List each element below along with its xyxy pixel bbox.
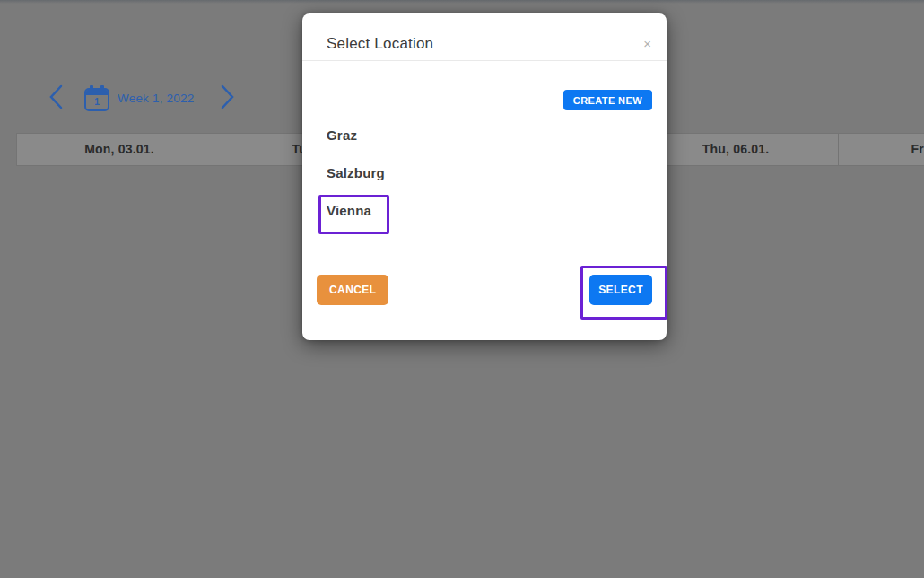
calendar-icon: 1 [84, 88, 109, 111]
previous-week-button[interactable] [47, 83, 66, 113]
location-item-graz[interactable]: Graz [327, 128, 385, 143]
cancel-button[interactable]: CANCEL [317, 275, 388, 305]
top-edge-shadow [0, 0, 924, 4]
location-list: Graz Salzburg Vienna [327, 128, 385, 241]
location-item-salzburg[interactable]: Salzburg [327, 166, 385, 180]
day-header-monday: Mon, 03.01. [17, 134, 222, 165]
create-new-button[interactable]: CREATE NEW [563, 90, 652, 110]
next-week-button[interactable] [217, 83, 237, 113]
dialog-title: Select Location [327, 35, 433, 53]
week-date-picker-button[interactable]: 1 Week 1, 2022 [84, 85, 194, 111]
week-label: Week 1, 2022 [118, 92, 194, 105]
dialog-header: Select Location × [302, 13, 667, 61]
calendar-day-number: 1 [86, 96, 108, 109]
location-item-vienna[interactable]: Vienna [327, 204, 385, 218]
chevron-left-icon [47, 83, 66, 113]
close-icon[interactable]: × [643, 37, 651, 50]
select-button[interactable]: SELECT [589, 275, 652, 305]
app-screen: 1 Week 1, 2022 Mon, 03.01. Tue, 04.01. W… [0, 0, 924, 578]
select-location-dialog: Select Location × CREATE NEW Graz Salzbu… [302, 13, 667, 340]
chevron-right-icon [217, 83, 237, 113]
day-header-friday: Fri, 07.01. [839, 134, 924, 165]
week-navigator: 1 Week 1, 2022 [47, 83, 237, 113]
